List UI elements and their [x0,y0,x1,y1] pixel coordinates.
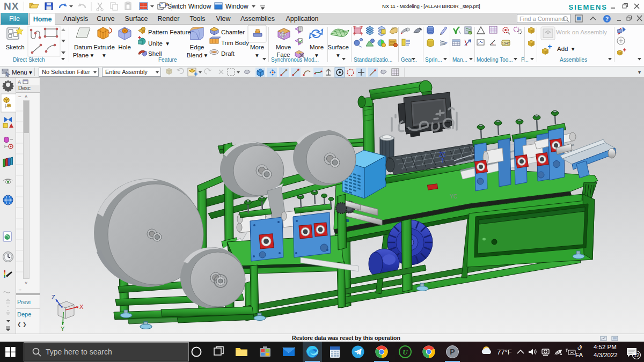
svg-text:ZC: ZC [439,152,446,158]
svg-text:10H7: 10H7 [502,42,510,45]
svg-text:X: X [79,304,84,310]
svg-text:?: ? [605,16,609,22]
svg-text:YC: YC [450,194,457,200]
svg-text:U: U [402,348,408,356]
svg-text:12: 12 [633,352,640,358]
svg-text:P: P [450,348,455,356]
svg-text:Z: Z [52,294,55,300]
svg-text:Y: Y [61,326,65,332]
